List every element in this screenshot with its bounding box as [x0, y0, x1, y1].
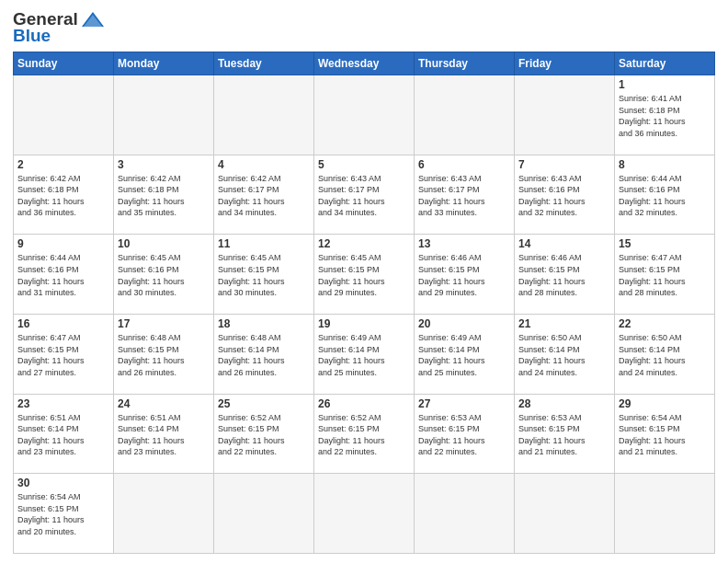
day-number: 28 — [518, 397, 610, 410]
calendar-cell: 19Sunrise: 6:49 AM Sunset: 6:14 PM Dayli… — [314, 314, 415, 394]
calendar-cell: 2Sunrise: 6:42 AM Sunset: 6:18 PM Daylig… — [14, 155, 114, 235]
day-number: 8 — [619, 158, 711, 171]
day-info: Sunrise: 6:53 AM Sunset: 6:15 PM Dayligh… — [518, 412, 610, 458]
day-info: Sunrise: 6:52 AM Sunset: 6:15 PM Dayligh… — [218, 412, 310, 458]
day-info: Sunrise: 6:47 AM Sunset: 6:15 PM Dayligh… — [619, 252, 711, 298]
calendar-cell: 23Sunrise: 6:51 AM Sunset: 6:14 PM Dayli… — [14, 394, 114, 474]
day-info: Sunrise: 6:44 AM Sunset: 6:16 PM Dayligh… — [17, 252, 109, 298]
day-number: 3 — [118, 158, 210, 171]
day-info: Sunrise: 6:52 AM Sunset: 6:15 PM Dayligh… — [318, 412, 410, 458]
day-number: 14 — [518, 237, 610, 250]
day-info: Sunrise: 6:46 AM Sunset: 6:15 PM Dayligh… — [418, 252, 510, 298]
day-number: 15 — [619, 237, 711, 250]
day-number: 9 — [17, 237, 109, 250]
weekday-header-friday: Friday — [515, 52, 615, 75]
header: General Blue — [13, 9, 715, 46]
calendar-cell — [314, 75, 415, 155]
page: General Blue SundayMondayTuesdayWednesda… — [0, 0, 728, 563]
calendar-cell: 10Sunrise: 6:45 AM Sunset: 6:16 PM Dayli… — [114, 235, 214, 315]
day-number: 16 — [17, 317, 109, 330]
calendar-cell: 17Sunrise: 6:48 AM Sunset: 6:15 PM Dayli… — [114, 314, 214, 394]
day-info: Sunrise: 6:54 AM Sunset: 6:15 PM Dayligh… — [619, 412, 711, 458]
calendar-cell: 25Sunrise: 6:52 AM Sunset: 6:15 PM Dayli… — [214, 394, 314, 474]
calendar-cell: 21Sunrise: 6:50 AM Sunset: 6:14 PM Dayli… — [515, 314, 615, 394]
day-info: Sunrise: 6:47 AM Sunset: 6:15 PM Dayligh… — [17, 332, 109, 378]
calendar-cell: 26Sunrise: 6:52 AM Sunset: 6:15 PM Dayli… — [314, 394, 415, 474]
day-number: 10 — [118, 237, 210, 250]
day-info: Sunrise: 6:48 AM Sunset: 6:14 PM Dayligh… — [218, 332, 310, 378]
weekday-header-tuesday: Tuesday — [214, 52, 314, 75]
calendar-cell — [515, 75, 615, 155]
calendar-cell — [615, 474, 715, 554]
calendar-cell: 11Sunrise: 6:45 AM Sunset: 6:15 PM Dayli… — [214, 235, 314, 315]
calendar-cell: 18Sunrise: 6:48 AM Sunset: 6:14 PM Dayli… — [214, 314, 314, 394]
weekday-header-saturday: Saturday — [615, 52, 715, 75]
day-info: Sunrise: 6:53 AM Sunset: 6:15 PM Dayligh… — [418, 412, 510, 458]
weekday-header-thursday: Thursday — [415, 52, 515, 75]
day-info: Sunrise: 6:48 AM Sunset: 6:15 PM Dayligh… — [118, 332, 210, 378]
weekday-header-wednesday: Wednesday — [314, 52, 415, 75]
calendar-cell — [14, 75, 114, 155]
day-info: Sunrise: 6:43 AM Sunset: 6:17 PM Dayligh… — [318, 173, 410, 219]
calendar-cell — [214, 75, 314, 155]
day-info: Sunrise: 6:46 AM Sunset: 6:15 PM Dayligh… — [518, 252, 610, 298]
calendar-cell: 5Sunrise: 6:43 AM Sunset: 6:17 PM Daylig… — [314, 155, 415, 235]
day-info: Sunrise: 6:49 AM Sunset: 6:14 PM Dayligh… — [418, 332, 510, 378]
calendar-body: 1Sunrise: 6:41 AM Sunset: 6:18 PM Daylig… — [14, 75, 715, 554]
calendar-cell: 13Sunrise: 6:46 AM Sunset: 6:15 PM Dayli… — [415, 235, 515, 315]
day-number: 12 — [318, 237, 410, 250]
day-number: 30 — [17, 477, 109, 489]
day-info: Sunrise: 6:43 AM Sunset: 6:16 PM Dayligh… — [518, 173, 610, 219]
calendar-cell: 1Sunrise: 6:41 AM Sunset: 6:18 PM Daylig… — [615, 75, 715, 155]
calendar-cell — [114, 75, 214, 155]
calendar-table: SundayMondayTuesdayWednesdayThursdayFrid… — [13, 52, 715, 554]
calendar-cell: 4Sunrise: 6:42 AM Sunset: 6:17 PM Daylig… — [214, 155, 314, 235]
calendar-cell: 29Sunrise: 6:54 AM Sunset: 6:15 PM Dayli… — [615, 394, 715, 474]
calendar-cell: 22Sunrise: 6:50 AM Sunset: 6:14 PM Dayli… — [615, 314, 715, 394]
calendar-cell — [515, 474, 615, 554]
day-info: Sunrise: 6:54 AM Sunset: 6:15 PM Dayligh… — [17, 491, 109, 537]
day-number: 24 — [118, 397, 210, 410]
calendar-cell: 28Sunrise: 6:53 AM Sunset: 6:15 PM Dayli… — [515, 394, 615, 474]
day-number: 11 — [218, 237, 310, 250]
day-info: Sunrise: 6:51 AM Sunset: 6:14 PM Dayligh… — [17, 412, 109, 458]
calendar-week-row: 16Sunrise: 6:47 AM Sunset: 6:15 PM Dayli… — [14, 314, 715, 394]
calendar-cell: 12Sunrise: 6:45 AM Sunset: 6:15 PM Dayli… — [314, 235, 415, 315]
day-number: 4 — [218, 158, 310, 171]
day-info: Sunrise: 6:45 AM Sunset: 6:16 PM Dayligh… — [118, 252, 210, 298]
day-number: 29 — [619, 397, 711, 410]
calendar-cell: 7Sunrise: 6:43 AM Sunset: 6:16 PM Daylig… — [515, 155, 615, 235]
logo-icon — [80, 10, 106, 29]
day-number: 7 — [518, 158, 610, 171]
day-number: 26 — [318, 397, 410, 410]
day-info: Sunrise: 6:49 AM Sunset: 6:14 PM Dayligh… — [318, 332, 410, 378]
calendar-cell — [415, 75, 515, 155]
day-info: Sunrise: 6:50 AM Sunset: 6:14 PM Dayligh… — [619, 332, 711, 378]
calendar-cell: 9Sunrise: 6:44 AM Sunset: 6:16 PM Daylig… — [14, 235, 114, 315]
calendar-cell — [314, 474, 415, 554]
day-info: Sunrise: 6:45 AM Sunset: 6:15 PM Dayligh… — [318, 252, 410, 298]
calendar-week-row: 23Sunrise: 6:51 AM Sunset: 6:14 PM Dayli… — [14, 394, 715, 474]
day-number: 25 — [218, 397, 310, 410]
calendar-cell: 6Sunrise: 6:43 AM Sunset: 6:17 PM Daylig… — [415, 155, 515, 235]
calendar-cell — [114, 474, 214, 554]
day-number: 17 — [118, 317, 210, 330]
day-number: 20 — [418, 317, 510, 330]
day-info: Sunrise: 6:50 AM Sunset: 6:14 PM Dayligh… — [518, 332, 610, 378]
calendar-cell: 27Sunrise: 6:53 AM Sunset: 6:15 PM Dayli… — [415, 394, 515, 474]
day-info: Sunrise: 6:45 AM Sunset: 6:15 PM Dayligh… — [218, 252, 310, 298]
day-number: 18 — [218, 317, 310, 330]
day-info: Sunrise: 6:44 AM Sunset: 6:16 PM Dayligh… — [619, 173, 711, 219]
day-info: Sunrise: 6:43 AM Sunset: 6:17 PM Dayligh… — [418, 173, 510, 219]
calendar-cell — [415, 474, 515, 554]
day-number: 27 — [418, 397, 510, 410]
logo-blue: Blue — [13, 26, 51, 46]
day-info: Sunrise: 6:42 AM Sunset: 6:18 PM Dayligh… — [17, 173, 109, 219]
day-number: 5 — [318, 158, 410, 171]
calendar-cell: 20Sunrise: 6:49 AM Sunset: 6:14 PM Dayli… — [415, 314, 515, 394]
weekday-header-row: SundayMondayTuesdayWednesdayThursdayFrid… — [14, 52, 715, 75]
calendar-cell: 3Sunrise: 6:42 AM Sunset: 6:18 PM Daylig… — [114, 155, 214, 235]
day-info: Sunrise: 6:41 AM Sunset: 6:18 PM Dayligh… — [619, 93, 711, 139]
day-number: 23 — [17, 397, 109, 410]
calendar-cell: 16Sunrise: 6:47 AM Sunset: 6:15 PM Dayli… — [14, 314, 114, 394]
